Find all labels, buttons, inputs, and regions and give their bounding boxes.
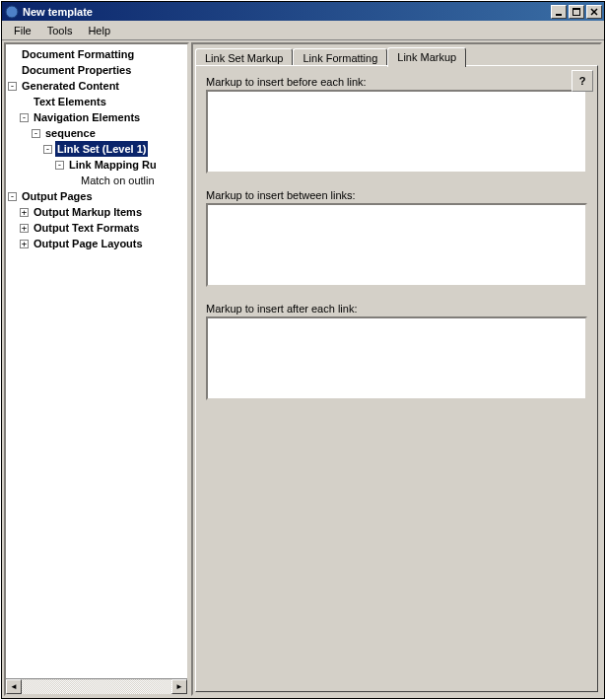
tree-node-doc-formatting[interactable]: Document Formatting	[8, 46, 185, 62]
app-icon	[4, 4, 20, 20]
close-button[interactable]	[586, 5, 602, 19]
tree-view[interactable]: Document Formatting Document Properties …	[6, 44, 187, 678]
tree-label: Output Markup Items	[32, 204, 144, 220]
svg-rect-3	[572, 8, 580, 10]
application-window: New template File Tools Help Document Fo…	[1, 1, 605, 699]
menu-help[interactable]: Help	[80, 23, 118, 38]
tree-node-text-elements[interactable]: Text Elements	[8, 94, 185, 109]
before-link-textarea[interactable]	[206, 90, 587, 174]
tree-label: Document Properties	[20, 62, 133, 78]
tree-node-output-markup-items[interactable]: + Output Markup Items	[8, 204, 185, 220]
after-link-label: Markup to insert after each link:	[206, 303, 587, 315]
collapse-icon[interactable]: -	[43, 145, 52, 154]
tree-node-output-text-formats[interactable]: + Output Text Formats	[8, 220, 185, 236]
menubar: File Tools Help	[2, 21, 604, 40]
tree-panel: Document Formatting Document Properties …	[4, 42, 189, 696]
tree-label: Link Mapping Ru	[67, 157, 159, 173]
between-links-label: Markup to insert between links:	[206, 189, 587, 201]
tree-node-generated-content[interactable]: - Generated Content	[8, 78, 185, 94]
tab-bar: Link Set Markup Link Formatting Link Mar…	[193, 44, 600, 67]
collapse-icon[interactable]: -	[20, 113, 29, 122]
tree-label: Match on outlin	[79, 173, 157, 188]
tree-label: Output Pages	[20, 188, 95, 204]
tab-content-link-markup: ? Markup to insert before each link: Mar…	[195, 65, 598, 692]
collapse-icon[interactable]: -	[8, 192, 17, 201]
menu-file[interactable]: File	[6, 23, 39, 38]
tree-label: Text Elements	[32, 94, 108, 109]
tree-label: Output Text Formats	[32, 220, 141, 236]
tree-node-link-mapping[interactable]: - Link Mapping Ru	[8, 157, 185, 173]
scroll-right-icon[interactable]: ►	[171, 679, 187, 694]
svg-point-0	[6, 6, 18, 18]
tree-node-output-page-layouts[interactable]: + Output Page Layouts	[8, 236, 185, 251]
after-link-textarea[interactable]	[206, 316, 587, 400]
window-controls	[551, 5, 602, 19]
minimize-button[interactable]	[551, 5, 567, 19]
titlebar: New template	[2, 2, 604, 21]
tree-label: Document Formatting	[20, 46, 136, 62]
tree-node-nav-elements[interactable]: - Navigation Elements	[8, 109, 185, 125]
expand-icon[interactable]: +	[20, 224, 29, 233]
tab-link-markup[interactable]: Link Markup	[387, 47, 466, 67]
tree-label: Output Page Layouts	[32, 236, 145, 251]
content-area: Document Formatting Document Properties …	[2, 40, 604, 698]
tree-label: Navigation Elements	[32, 109, 142, 125]
maximize-button[interactable]	[569, 5, 584, 19]
svg-rect-1	[556, 14, 562, 16]
scroll-left-icon[interactable]: ◄	[6, 679, 22, 694]
before-link-label: Markup to insert before each link:	[206, 76, 587, 88]
tree-label: sequence	[43, 125, 98, 141]
tree-node-doc-properties[interactable]: Document Properties	[8, 62, 185, 78]
tree-node-match-outline[interactable]: Match on outlin	[8, 173, 185, 188]
scroll-track[interactable]	[22, 679, 171, 694]
window-title: New template	[23, 6, 551, 18]
tree-node-link-set[interactable]: - Link Set (Level 1)	[8, 141, 185, 157]
detail-panel: Link Set Markup Link Formatting Link Mar…	[191, 42, 602, 696]
expand-icon[interactable]: +	[20, 240, 29, 248]
expand-icon[interactable]: +	[20, 208, 29, 217]
tree-label: Generated Content	[20, 78, 121, 94]
tree-label-selected: Link Set (Level 1)	[55, 141, 148, 157]
tree-node-output-pages[interactable]: - Output Pages	[8, 188, 185, 204]
collapse-icon[interactable]: -	[55, 161, 64, 170]
tree-node-sequence[interactable]: - sequence	[8, 125, 185, 141]
collapse-icon[interactable]: -	[32, 129, 40, 138]
collapse-icon[interactable]: -	[8, 82, 17, 91]
help-button[interactable]: ?	[572, 70, 593, 92]
menu-tools[interactable]: Tools	[39, 23, 81, 38]
horizontal-scrollbar[interactable]: ◄ ►	[6, 678, 187, 694]
between-links-textarea[interactable]	[206, 203, 587, 287]
